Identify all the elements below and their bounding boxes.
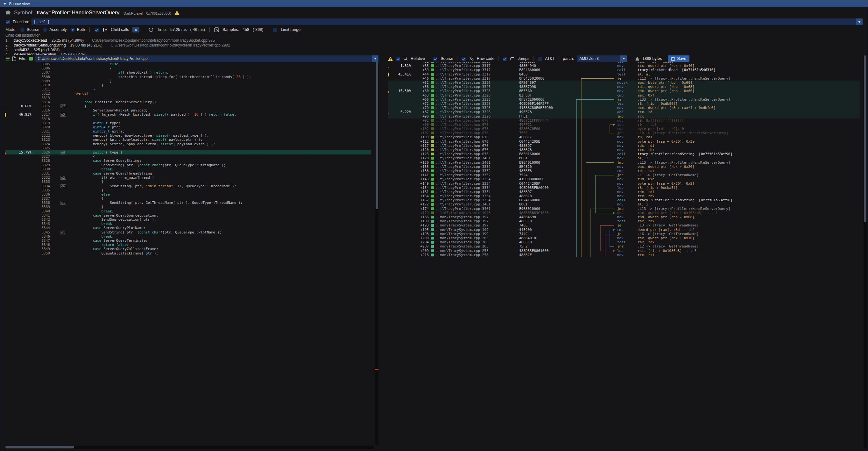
asm-row[interactable]: +109..t\TracyProfiler.hpp:6764C8BC7movr8… <box>388 135 860 139</box>
asm-row[interactable]: +92..t\TracyProfiler.hpp:67649C7C1FFFFFF… <box>388 119 860 123</box>
scrollbar-thumb[interactable] <box>5 446 74 448</box>
asm-row[interactable]: +79..t\TracyProfiler.cpp:3326418B8C80E0B… <box>388 106 860 110</box>
radio-icon[interactable] <box>20 27 25 32</box>
asm-row[interactable]: +195..mon\TracySystem.cpp:199443900cmpdw… <box>388 228 860 232</box>
att-checkbox[interactable] <box>537 56 542 61</box>
file-list-icon[interactable] <box>5 56 9 61</box>
asm-row[interactable]: +128..t\TracyProfiler.cpp:3401B001moval,… <box>388 156 860 160</box>
source-line[interactable]: 3312#endif <box>5 91 371 95</box>
asm-vertical-scrollbar[interactable] <box>864 55 867 449</box>
source-line[interactable]: 3316 ServerQueryPacket payload; <box>5 108 371 113</box>
asm-row[interactable]: +193..mon\TracySystem.cpp:197740Eje.L3 -… <box>388 223 860 228</box>
source-line[interactable]: 3305 else <box>5 62 371 66</box>
chevron-down-icon[interactable] <box>372 55 378 62</box>
source-line[interactable]: 3308 std::this_thread::sleep_for( std::c… <box>5 75 371 79</box>
source-line[interactable]: 3337 { <box>5 197 371 201</box>
child-call-name[interactable]: tracy::Profiler::SendLongString <box>14 43 66 48</box>
asm-row[interactable]: 1.31%+35..t\TracyProfiler.cpp:3317488B49… <box>388 64 860 68</box>
source-line[interactable]: 3307 if( shouldExit ) return; <box>5 70 371 74</box>
source-line[interactable]: 3350 QueueCallstackFrame( ptr ); <box>5 251 371 255</box>
source-line[interactable]: 3306 { <box>5 66 371 70</box>
source-line[interactable]: 3345@1 SendString( ptr, (const char*)ptr… <box>5 230 371 234</box>
file-combo[interactable]: C:\Users\wolf\Desktop\darkrl\contrib\tra… <box>35 55 378 62</box>
source-line[interactable]: 3319 uint8_t type; <box>5 121 371 125</box>
asm-row[interactable]: +112..t\TracyProfiler.hpp:676C64424205Em… <box>388 140 860 144</box>
asm-row[interactable]: +90..t\TracyProfiler.cpp:3326FFE1jmprcx <box>388 114 860 118</box>
asm-row[interactable]: +39..t\TracyProfiler.cpp:3317E824AA0000c… <box>388 68 860 72</box>
source-checkbox[interactable] <box>433 56 438 61</box>
source-line[interactable]: 3321 uint32_t extra; <box>5 129 371 133</box>
asm-row[interactable]: +172..t\TracyProfiler.cpp:3401B001moval,… <box>388 202 860 206</box>
source-line[interactable]: 3328 case ServerQueryString: <box>5 159 371 163</box>
source-line[interactable]: 3333 { <box>5 180 371 184</box>
source-horizontal-scrollbar[interactable] <box>5 446 374 449</box>
source-line[interactable]: 3349 case ServerQueryCallstackFrame: <box>5 247 371 251</box>
source-line[interactable]: 3347 case ServerQueryTerminate: <box>5 239 371 243</box>
asm-row[interactable]: +216..mon\TracySystem.cpp:258488BCEmovrc… <box>388 253 860 257</box>
source-line[interactable]: 3318 <box>5 117 371 121</box>
asm-row[interactable]: +207..mon\TracySystem.cpp:20375F2jne.L2 … <box>388 244 860 248</box>
asm-row[interactable]: +135..t\TracyProfiler.cpp:33328B4320move… <box>388 165 860 169</box>
collapse-icon[interactable] <box>3 3 6 5</box>
source-line[interactable]: 3348 return false; <box>5 243 371 247</box>
asm-row[interactable]: +161..t\TracyProfiler.cpp:3334488BD7movr… <box>388 190 860 194</box>
child-call-name[interactable]: tracy::Socket::Read <box>14 38 47 43</box>
asm-row[interactable]: +154..t\TracyProfiler.cpp:33344C8D055FBA… <box>388 186 860 190</box>
asm-row[interactable]: +174..t\TracyProfiler.cpp:3401E9B8010000… <box>388 207 860 211</box>
source-line[interactable]: 3335 } <box>5 188 371 192</box>
asm-row[interactable]: +190..mon\TracySystem.cpp:1974885C0testr… <box>388 219 860 223</box>
source-line[interactable]: 3309 } <box>5 79 371 83</box>
asm-row[interactable]: 15.50%+60..t\TracyProfiler.cpp:33268B55A… <box>388 89 860 93</box>
asm-row[interactable]: +138..t\TracyProfiler.cpp:3332483BF8cmpr… <box>388 169 860 173</box>
chevron-down-icon[interactable] <box>856 19 863 25</box>
source-line[interactable]: 3332@3 if( ptr == m_mainThread ) <box>5 176 371 180</box>
source-line[interactable]: 3324 memcpy( &extra, &payload.extra, siz… <box>5 142 371 146</box>
asm-row[interactable]: +120..t\TracyProfiler.hpp:676488BCBmovrc… <box>388 148 860 152</box>
asm-row[interactable]: +117..t\TracyProfiler.hpp:676488BD7movrd… <box>388 144 860 148</box>
scrollbar-thumb[interactable] <box>864 55 866 222</box>
source-line[interactable]: 3311 } <box>5 87 371 91</box>
radio-icon[interactable] <box>43 27 48 32</box>
asm-row[interactable]: +149..t\TracyProfiler.cpp:3334C64424205F… <box>388 181 860 185</box>
asm-row[interactable]: +186..mon\TracySystem.cpp:197448B4598mov… <box>388 215 860 219</box>
asm-row[interactable]: +167..t\TracyProfiler.cpp:3334E824160000… <box>388 198 860 202</box>
source-line[interactable]: 3330 break; <box>5 167 371 171</box>
source-line[interactable]: 3320 uint64_t ptr; <box>5 125 371 129</box>
asm-row[interactable]: +179..1103\include\atomic:1048488B05B63C… <box>388 211 860 215</box>
source-line[interactable]: 46.93%3317@5 if( !m_sock->Read( &payload… <box>5 113 371 117</box>
asm-row[interactable]: +46..t\TracyProfiler.cpp:33170F843502000… <box>388 77 860 81</box>
chevron-down-icon[interactable] <box>620 55 627 62</box>
source-line[interactable]: 3310 } <box>5 83 371 87</box>
source-line[interactable]: 3327 { <box>5 154 371 159</box>
mode-radio-assembly[interactable]: Assembly <box>43 27 66 32</box>
asm-row[interactable]: 0.22%+87..t\TracyProfiler.cpp:33264903C8… <box>388 110 860 114</box>
mode-radio-both[interactable]: Both <box>70 27 85 32</box>
source-line[interactable]: 0.66%3315@7 { <box>5 104 371 108</box>
asm-row[interactable]: +200..mon\TracySystem.cpp:203488B4010mov… <box>388 236 860 240</box>
save-button[interactable]: Save <box>668 55 689 62</box>
source-line[interactable]: 15.79%3326@9 switch( type ) <box>5 150 371 154</box>
asm-row[interactable]: +209..mon\TracySystem.cpp:258488D35E8861… <box>388 248 860 252</box>
source-line[interactable]: 3344 case ServerQueryPlotName: <box>5 226 371 230</box>
source-line[interactable]: 3323 memcpy( &ptr, &payload.ptr, sizeof(… <box>5 138 371 142</box>
source-line[interactable]: 3338@1 SendString( ptr, GetThreadName( p… <box>5 201 371 205</box>
asm-row[interactable]: +123..t\TracyProfiler.hpp:676E850160000c… <box>388 152 860 156</box>
source-line[interactable]: 3331 case ServerQueryThreadString: <box>5 171 371 176</box>
uarch-combo[interactable]: AMD Zen 3 <box>577 55 627 62</box>
child-call-name[interactable]: stat64i32 <box>14 48 29 52</box>
mode-radio-source[interactable]: Source <box>20 27 39 32</box>
asm-row[interactable]: +63..t\TracyProfiler.cpp:332683F80Fcmpea… <box>388 93 860 97</box>
asm-row[interactable]: +204..mon\TracySystem.cpp:2034885C0testr… <box>388 240 860 244</box>
source-line[interactable]: 3329 SendString( ptr, (const char*)ptr, … <box>5 163 371 167</box>
source-line[interactable]: 3325 <box>5 146 371 150</box>
child-calls-mode-button[interactable] <box>132 27 140 32</box>
source-line[interactable]: 3343 break; <box>5 222 371 226</box>
asm-row[interactable]: +143..t\TracyProfiler.cpp:333441B90B0000… <box>388 177 860 181</box>
source-line[interactable]: 3322 memcpy( &type, &payload.type, sizeo… <box>5 133 371 138</box>
limit-range-checkbox[interactable] <box>273 27 277 32</box>
source-line[interactable]: 3341 case ServerQuerySourceLocation: <box>5 213 371 217</box>
source-line[interactable]: 3313 <box>5 96 371 100</box>
source-line[interactable]: 3334@6 SendString( ptr, "Main thread", 1… <box>5 184 371 188</box>
asm-row[interactable]: +130..t\TracyProfiler.cpp:3401E9E4010000… <box>388 160 860 165</box>
asm-row[interactable]: +141..t\TracyProfiler.cpp:33327524jne.L1… <box>388 173 860 177</box>
